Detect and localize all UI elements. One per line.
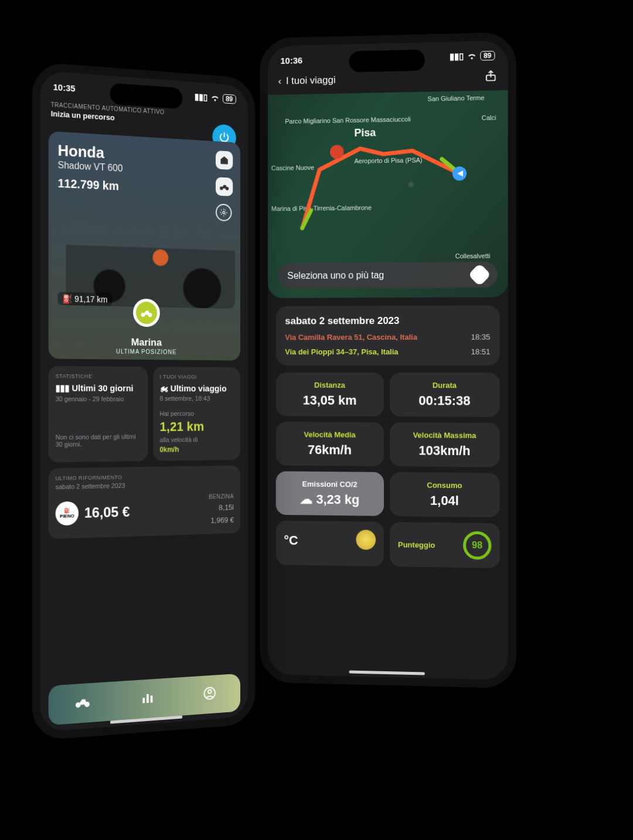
- refuel-price-per: 1,969 €: [209, 514, 234, 527]
- trip-map[interactable]: San Giuliano Terme Parco Migliarino San …: [268, 90, 508, 298]
- trips-section-label: I TUOI VIAGGI: [160, 374, 234, 380]
- bottom-nav: [49, 674, 240, 726]
- refuel-date: sabato 2 settembre 2023: [56, 480, 234, 490]
- stats-range: 30 gennaio - 29 febbraio: [56, 395, 141, 402]
- stats-card[interactable]: STATISTICHE ▮▮▮ Ultimi 30 giorni 30 genn…: [49, 366, 148, 463]
- stats-title: ▮▮▮ Ultimi 30 giorni: [56, 383, 141, 394]
- back-button[interactable]: ‹ I tuoi viaggi: [278, 74, 336, 87]
- signal-icon: ▮▮▯: [450, 51, 464, 62]
- svg-point-11: [208, 689, 212, 693]
- last-trip-speed: 0km/h: [160, 445, 234, 453]
- metric-score[interactable]: Punteggio 98: [390, 522, 500, 568]
- motorcycle-icon: 🏍: [160, 383, 168, 393]
- svg-rect-9: [151, 695, 153, 702]
- dynamic-island: [349, 49, 425, 72]
- svg-rect-7: [142, 698, 145, 703]
- score-ring: 98: [463, 531, 491, 560]
- svg-rect-8: [147, 694, 149, 703]
- nav-vehicle-tab[interactable]: [74, 695, 90, 711]
- tag-selector[interactable]: Seleziona uno o più tag: [278, 262, 498, 289]
- metric-avg-speed[interactable]: Velocità Media 76km/h: [276, 422, 384, 466]
- svg-point-2: [223, 211, 225, 214]
- fuel-range: ⛽ 91,17 km: [58, 292, 113, 306]
- location-pin-icon[interactable]: [133, 298, 160, 327]
- last-trip-title: 🏍 Ultimo viaggio: [160, 383, 234, 393]
- fuel-type-label: BENZINA: [209, 491, 234, 502]
- metric-co2[interactable]: Emissioni CO/2 ☁ 3,23 kg: [276, 471, 384, 516]
- metric-consumption[interactable]: Consumo 1,04l: [390, 472, 500, 517]
- status-time: 10:35: [53, 81, 76, 93]
- last-trip-when: 8 settembre, 18:43: [160, 395, 234, 402]
- tag-icon: [468, 263, 491, 286]
- stats-section-label: STATISTICHE: [56, 373, 141, 380]
- tag-prompt-label: Seleziona uno o più tag: [287, 270, 384, 281]
- metric-weather[interactable]: °C: [276, 521, 384, 566]
- last-refuel-card[interactable]: ULTIMO RIFORNIMENTO sabato 2 settembre 2…: [49, 466, 240, 539]
- metric-distance[interactable]: Distanza 13,05 km: [276, 373, 384, 416]
- garage-icon-button[interactable]: [216, 151, 233, 170]
- vehicle-odometer: 112.799 km: [58, 176, 232, 199]
- bar-chart-icon: ▮▮▮: [56, 383, 70, 392]
- covered-label: Hai percorso: [160, 410, 234, 417]
- trip-date: sabato 2 settembre 2023: [285, 315, 490, 327]
- trip-end-address[interactable]: Via dei Pioppi 34–37, Pisa, Italia: [285, 347, 398, 356]
- full-tank-badge: ⛽ PIENO: [56, 501, 79, 525]
- trip-start-address[interactable]: Via Camilla Ravera 51, Cascina, Italia: [285, 333, 417, 342]
- settings-icon-button[interactable]: [216, 203, 232, 221]
- battery-indicator: 89: [223, 94, 236, 104]
- wifi-icon: [210, 93, 219, 103]
- stats-empty-message: Non ci sono dati per gli ultimi 30 giorn…: [56, 433, 141, 448]
- battery-indicator: 89: [480, 51, 495, 61]
- speed-at-label: alla velocità di: [160, 436, 234, 443]
- refuel-liters: 8,15l: [209, 501, 234, 514]
- trip-metrics-grid: Distanza 13,05 km Durata 00:15:38 Veloci…: [276, 373, 500, 568]
- phone-dashboard: 10:35 ▮▮▯ 89 TRACCIAMENTO AUTOMATICO ATT…: [32, 62, 256, 741]
- wifi-icon: [467, 51, 477, 61]
- status-time: 10:36: [280, 55, 302, 66]
- sun-icon: [356, 530, 376, 549]
- last-trip-card[interactable]: I TUOI VIAGGI 🏍 Ultimo viaggio 8 settemb…: [153, 367, 240, 461]
- fuel-pump-icon: ⛽: [63, 294, 73, 304]
- chevron-left-icon: ‹: [278, 76, 282, 87]
- metric-duration[interactable]: Durata 00:15:38: [390, 373, 500, 417]
- signal-icon: ▮▮▯: [194, 91, 207, 103]
- share-button[interactable]: [484, 69, 497, 85]
- cloud-icon: ☁: [300, 492, 313, 507]
- trip-route: [268, 90, 508, 271]
- fuel-pump-icon: ⛽: [64, 508, 70, 513]
- vehicle-card[interactable]: Honda Shadow VT 600 112.799 km ⛽ 91,17 k…: [49, 131, 240, 361]
- trip-summary-card: sabato 2 settembre 2023 Via Camilla Rave…: [276, 305, 500, 366]
- last-trip-distance: 1,21 km: [160, 419, 234, 434]
- motorcycle-icon-button[interactable]: [216, 177, 233, 196]
- trip-end-time: 18:51: [471, 347, 491, 356]
- metric-max-speed[interactable]: Velocità Massima 103km/h: [390, 422, 500, 467]
- nav-profile-tab[interactable]: [203, 686, 216, 703]
- phone-trip-detail: 10:36 ▮▮▯ 89 ‹ I tuoi viaggi San Giulian…: [260, 32, 516, 689]
- trip-start-time: 18:35: [471, 333, 491, 342]
- refuel-amount: 16,05 €: [84, 503, 130, 521]
- nav-stats-tab[interactable]: [141, 690, 154, 708]
- home-indicator[interactable]: [349, 671, 425, 675]
